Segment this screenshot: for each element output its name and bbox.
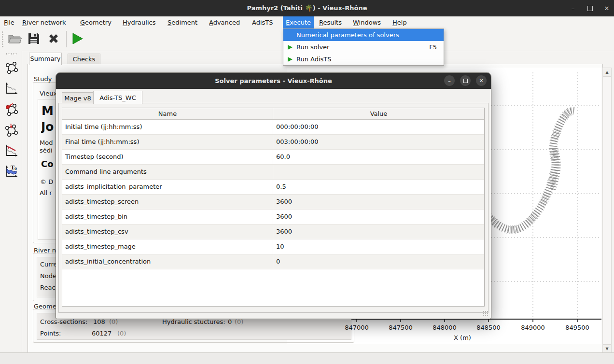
param-value[interactable]: 003:00:00:00 <box>273 135 484 149</box>
application-window: Pamhyr2 (Tahiti 🌴) - Vieux-Rhône – ✕ Fil… <box>0 0 614 364</box>
profile-plot-button[interactable] <box>3 82 19 97</box>
scroll-up-icon[interactable]: ▲ <box>603 68 611 77</box>
menu-windows[interactable]: Windows <box>350 16 384 28</box>
run-button[interactable] <box>70 32 85 47</box>
param-value[interactable]: 3600 <box>273 210 484 224</box>
dialog-minimize-icon[interactable]: – <box>444 75 455 86</box>
menu-item-run-solver[interactable]: Run solver F5 <box>283 41 444 53</box>
param-value[interactable]: 0.5 <box>273 180 484 194</box>
menu-hydraulics[interactable]: Hydraulics <box>120 16 158 28</box>
menu-item-numerical-parameters[interactable]: Numerical parameters of solvers <box>283 29 444 41</box>
param-value[interactable]: 3600 <box>273 195 484 209</box>
shortcut-f5: F5 <box>429 41 437 53</box>
table-row: adists_timestep_mage 10 <box>62 239 484 254</box>
menu-execute[interactable]: Execute <box>283 16 314 28</box>
run-play-icon <box>70 31 84 48</box>
close-delete-icon <box>46 31 61 48</box>
param-value[interactable]: 0 <box>273 254 484 269</box>
dialog-maximize-icon[interactable] <box>460 75 471 86</box>
execute-dropdown-menu: Numerical parameters of solvers Run solv… <box>283 28 444 66</box>
param-name: adists_timestep_bin <box>62 210 273 224</box>
table-row: adists_implicitation_parameter 0.5 <box>62 180 484 195</box>
table-body: Initial time (jj:hh:mm:ss) 000:00:00:00 … <box>62 120 484 269</box>
window-titlebar: Pamhyr2 (Tahiti 🌴) - Vieux-Rhône <box>0 0 614 16</box>
menu-sediment[interactable]: Sediment <box>165 16 200 28</box>
add-reach-button[interactable] <box>3 123 19 139</box>
table-row: Command line arguments <box>62 165 484 180</box>
x-tick-0: 847000 <box>340 324 374 331</box>
points-value: 60127 <box>92 330 112 337</box>
param-name: Final time (jj:hh:mm:ss) <box>62 135 273 149</box>
param-value[interactable]: 000:00:00:00 <box>273 120 484 134</box>
toolbar-separator <box>66 31 67 47</box>
table-header: Name Value <box>62 108 484 120</box>
river-network-button[interactable] <box>3 61 19 76</box>
menu-results[interactable]: Results <box>316 16 345 28</box>
initial-conditions-t0-icon: T 0 <box>4 165 18 180</box>
table-row: adists_timestep_csv 3600 <box>62 224 484 239</box>
update-profile-button[interactable] <box>3 144 19 159</box>
study-rights: All r <box>40 189 56 196</box>
save-floppy-icon <box>27 31 41 48</box>
header-value[interactable]: Value <box>273 108 484 119</box>
structures-extra: (0) <box>235 318 243 325</box>
add-upstream-node-button[interactable] <box>3 102 19 118</box>
sidebar-drag-handle[interactable] <box>5 53 17 56</box>
x-tick-2: 848000 <box>428 324 461 331</box>
vertical-scrollbar[interactable]: ▲ ▼ <box>602 68 612 353</box>
scroll-down-icon[interactable]: ▼ <box>603 344 611 353</box>
study-project-name: Vieux <box>40 90 56 97</box>
minimize-icon[interactable]: – <box>566 0 580 16</box>
table-row: adists_timestep_bin 3600 <box>62 210 484 224</box>
header-name[interactable]: Name <box>62 108 273 119</box>
points-label: Points: <box>40 330 61 337</box>
add-reach-icon <box>4 123 18 139</box>
menu-river-network[interactable]: River network <box>19 16 69 28</box>
param-value[interactable] <box>273 165 484 179</box>
param-value[interactable]: 60.0 <box>273 150 484 164</box>
param-value[interactable]: 10 <box>273 239 484 254</box>
river-reaches-label: Reac <box>40 284 56 291</box>
cross-sections-extra: (0) <box>109 318 118 325</box>
menu-help[interactable]: Help <box>390 16 410 28</box>
dialog-resize-grip[interactable] <box>483 310 488 316</box>
dialog-title: Solver parameters - Vieux-Rhône <box>56 73 491 89</box>
tab-checks[interactable]: Checks <box>68 54 100 65</box>
study-desc-1: Mod <box>40 139 56 146</box>
left-toolbar: T 0 <box>0 51 22 352</box>
menu-file[interactable]: File <box>1 16 17 28</box>
x-tick-3: 848500 <box>472 324 505 331</box>
close-icon[interactable]: ✕ <box>600 0 614 16</box>
cross-sections-value: 108 <box>93 318 105 325</box>
param-value[interactable]: 3600 <box>273 224 484 239</box>
menu-geometry[interactable]: Geometry <box>77 16 114 28</box>
table-row: Final time (jj:hh:mm:ss) 003:00:00:00 <box>62 135 484 150</box>
dialog-titlebar[interactable]: Solver parameters - Vieux-Rhône <box>56 73 491 89</box>
dialog-tab-adists[interactable]: Adis-TS_WC <box>93 91 142 104</box>
run-play-icon <box>288 45 293 50</box>
toolbar-drag-handle[interactable] <box>1 31 4 47</box>
param-name: Command line arguments <box>62 165 273 179</box>
geometry-section-label: Geome <box>34 303 56 310</box>
menu-adists[interactable]: AdisTS <box>249 16 276 28</box>
table-row: adists_timestep_screen 3600 <box>62 195 484 210</box>
run-play-icon <box>288 57 293 62</box>
save-button[interactable] <box>26 32 42 47</box>
menu-item-run-adists[interactable]: Run AdisTS <box>283 53 444 65</box>
study-desc-2: sédi <box>40 147 56 154</box>
menu-advanced[interactable]: Advanced <box>206 16 243 28</box>
table-row: Initial time (jj:hh:mm:ss) 000:00:00:00 <box>62 120 484 135</box>
open-button[interactable] <box>7 32 22 47</box>
delete-button[interactable] <box>46 32 61 47</box>
study-copyright: © D <box>40 178 56 185</box>
maximize-icon[interactable] <box>583 0 597 16</box>
tab-summary[interactable]: Summary <box>29 53 62 65</box>
x-axis-label: X (m) <box>443 334 482 341</box>
initial-conditions-button[interactable]: T 0 <box>3 165 19 180</box>
table-row: Timestep (second) 60.0 <box>62 150 484 165</box>
param-name: Initial time (jj:hh:mm:ss) <box>62 120 273 134</box>
dialog-close-icon[interactable]: ✕ <box>476 75 487 86</box>
river-reach-cross-sections <box>487 111 574 230</box>
solver-parameters-dialog: Solver parameters - Vieux-Rhône – ✕ Mage… <box>56 72 491 319</box>
structures-value: 0 <box>228 318 232 325</box>
